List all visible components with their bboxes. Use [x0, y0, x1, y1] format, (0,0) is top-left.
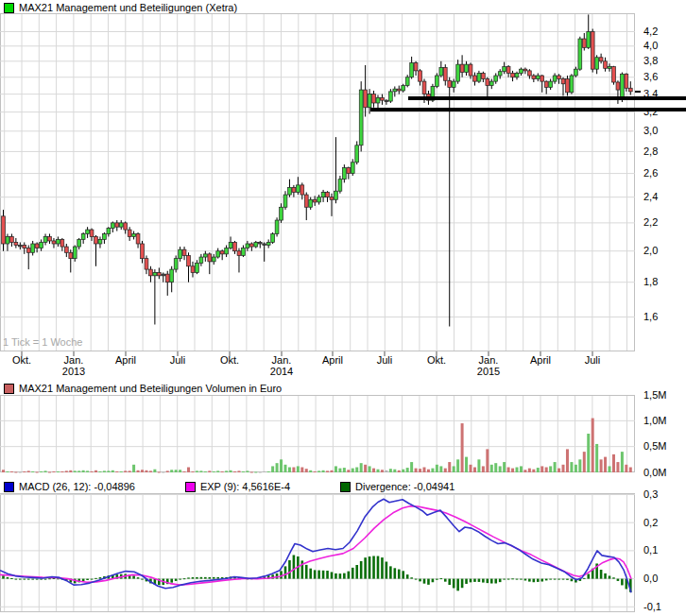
candle[interactable] — [165, 274, 169, 282]
volume-bar[interactable] — [221, 471, 224, 472]
candle[interactable] — [313, 199, 317, 202]
candle[interactable] — [439, 67, 443, 76]
candle[interactable] — [182, 249, 186, 255]
volume-bar[interactable] — [376, 470, 379, 472]
candle[interactable] — [465, 64, 469, 72]
volume-bar[interactable] — [364, 465, 367, 472]
candle[interactable] — [280, 207, 283, 220]
macd-histogram-bar[interactable] — [557, 579, 560, 580]
volume-bar[interactable] — [352, 469, 354, 472]
candle[interactable] — [145, 259, 148, 269]
macd-histogram-bar[interactable] — [309, 569, 312, 579]
volume-bar[interactable] — [27, 471, 30, 472]
macd-histogram-bar[interactable] — [566, 579, 569, 580]
macd-histogram-bar[interactable] — [410, 577, 413, 578]
candle[interactable] — [372, 94, 376, 103]
candle[interactable] — [225, 248, 229, 254]
macd-histogram-bar[interactable] — [406, 574, 409, 578]
candle[interactable] — [540, 76, 544, 81]
macd-histogram-bar[interactable] — [175, 579, 178, 581]
volume-bar[interactable] — [520, 466, 523, 472]
volume-bar[interactable] — [14, 471, 17, 472]
macd-histogram-bar[interactable] — [334, 573, 337, 579]
volume-bar[interactable] — [292, 468, 295, 472]
candle[interactable] — [26, 248, 30, 253]
volume-bar[interactable] — [69, 471, 72, 472]
volume-bar[interactable] — [490, 465, 493, 472]
volume-bar[interactable] — [347, 470, 350, 472]
candle[interactable] — [612, 67, 616, 82]
macd-histogram-bar[interactable] — [499, 579, 502, 583]
candle[interactable] — [52, 241, 56, 244]
volume-bar[interactable] — [595, 444, 598, 472]
macd-histogram-bar[interactable] — [453, 579, 455, 589]
volume-bar[interactable] — [566, 449, 569, 472]
volume-bar[interactable] — [162, 471, 164, 472]
volume-bar[interactable] — [65, 471, 68, 472]
candle[interactable] — [124, 223, 128, 230]
candle[interactable] — [388, 92, 392, 101]
candle[interactable] — [23, 246, 26, 248]
macd-histogram-bar[interactable] — [402, 571, 404, 578]
volume-bar[interactable] — [149, 471, 152, 472]
candle[interactable] — [578, 39, 582, 69]
candle[interactable] — [616, 82, 620, 90]
candle[interactable] — [288, 187, 292, 195]
candle[interactable] — [359, 90, 363, 145]
volume-bar[interactable] — [230, 471, 232, 472]
macd-histogram-bar[interactable] — [15, 579, 18, 580]
volume-bar[interactable] — [199, 471, 202, 472]
candle[interactable] — [587, 32, 591, 48]
macd-histogram-bar[interactable] — [305, 565, 308, 579]
macd-histogram-bar[interactable] — [216, 577, 219, 579]
macd-histogram-bar[interactable] — [419, 579, 421, 582]
macd-histogram-bar[interactable] — [2, 575, 5, 578]
candle[interactable] — [443, 67, 447, 80]
candle[interactable] — [549, 81, 553, 87]
volume-bar[interactable] — [145, 471, 147, 472]
macd-histogram-bar[interactable] — [31, 579, 34, 580]
volume-bar[interactable] — [158, 471, 161, 472]
candle[interactable] — [6, 236, 9, 244]
volume-bar[interactable] — [246, 471, 249, 472]
candle[interactable] — [536, 76, 540, 78]
candle[interactable] — [520, 69, 523, 73]
macd-histogram-bar[interactable] — [369, 556, 371, 579]
macd-histogram-bar[interactable] — [187, 577, 190, 578]
macd-histogram-bar[interactable] — [204, 577, 207, 579]
volume-bar[interactable] — [494, 463, 497, 472]
macd-histogram-bar[interactable] — [583, 578, 586, 579]
candle[interactable] — [317, 197, 321, 202]
volume-bar[interactable] — [557, 469, 560, 472]
volume-bar[interactable] — [465, 457, 468, 472]
volume-bar[interactable] — [297, 466, 300, 472]
volume-bar[interactable] — [473, 468, 476, 472]
volume-bar[interactable] — [283, 465, 286, 472]
volume-bar[interactable] — [322, 471, 325, 472]
volume-bar[interactable] — [237, 471, 240, 472]
candle[interactable] — [48, 236, 52, 241]
macd-histogram-bar[interactable] — [91, 579, 94, 580]
volume-bar[interactable] — [330, 471, 333, 472]
candle[interactable] — [402, 86, 405, 91]
macd-histogram-bar[interactable] — [571, 579, 574, 582]
volume-bar[interactable] — [503, 462, 506, 472]
volume-bar[interactable] — [439, 466, 442, 472]
macd-histogram-bar[interactable] — [196, 577, 198, 579]
macd-histogram-bar[interactable] — [326, 571, 329, 579]
macd-histogram-bar[interactable] — [436, 579, 438, 580]
candle[interactable] — [10, 236, 14, 242]
candle[interactable] — [566, 78, 570, 92]
support-line[interactable] — [370, 108, 686, 111]
candle[interactable] — [149, 269, 153, 276]
volume-bar[interactable] — [537, 468, 540, 472]
candle[interactable] — [98, 239, 102, 244]
candle[interactable] — [229, 242, 232, 248]
candle[interactable] — [489, 81, 493, 85]
macd-histogram-bar[interactable] — [314, 570, 317, 578]
volume-bar[interactable] — [259, 471, 262, 472]
candle[interactable] — [35, 244, 39, 248]
candle[interactable] — [246, 244, 249, 248]
support-line[interactable] — [408, 96, 686, 100]
volume-bar[interactable] — [389, 469, 392, 472]
